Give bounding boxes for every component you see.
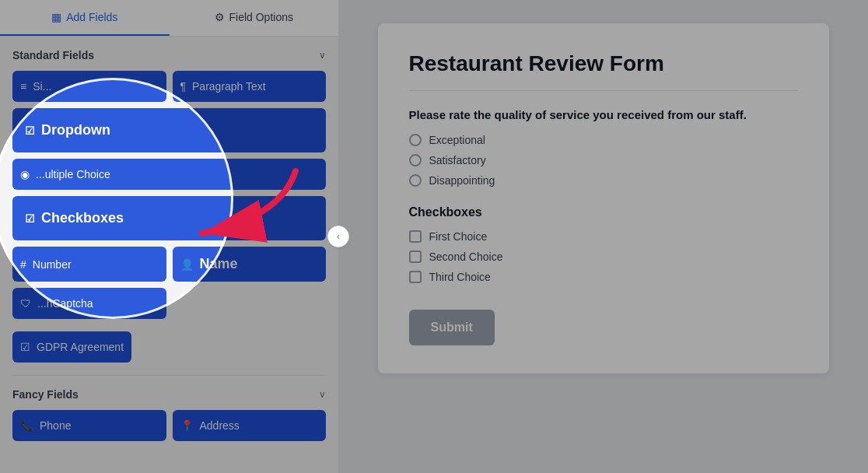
hcaptcha-button[interactable]: 🛡 ...hCaptcha	[12, 288, 166, 319]
radio-item-disappointing: Disappointing	[409, 174, 798, 187]
fancy-fields-grid: 📞 Phone 📍 Address	[12, 410, 326, 441]
single-line-icon: ≡	[20, 80, 26, 93]
address-icon: 📍	[180, 419, 194, 432]
radio-circle[interactable]	[409, 174, 422, 187]
radio-item-satisfactory: Satisfactory	[409, 154, 798, 166]
radio-label-satisfactory: Satisfactory	[429, 154, 486, 166]
tab-field-options-label: Field Options	[229, 11, 293, 23]
checkbox-square-third[interactable]	[409, 271, 422, 283]
tab-add-fields[interactable]: ▦ Add Fields	[0, 0, 170, 36]
number-label: Number	[33, 258, 72, 271]
paragraph-text-button[interactable]: ¶ Paragraph Text	[173, 71, 327, 102]
left-panel: ▦ Add Fields ⚙ Field Options Standard Fi…	[0, 0, 338, 473]
right-panel: Restaurant Review Form Please rate the q…	[338, 0, 868, 473]
name-button[interactable]: 👤 Name	[173, 247, 327, 282]
submit-button[interactable]: Submit	[409, 310, 495, 345]
field-options-icon: ⚙	[215, 11, 225, 23]
radio-group: Exceptional Satisfactory Disappointing	[409, 134, 798, 187]
panel-content: Standard Fields ∨ ≡ Si... ¶ Paragraph Te…	[0, 37, 338, 473]
fancy-fields-header: Fancy Fields ∨	[12, 388, 326, 401]
radio-circle[interactable]	[409, 154, 422, 166]
checkboxes-button[interactable]: ☑ Checkboxes	[12, 196, 326, 240]
paragraph-icon: ¶	[180, 80, 187, 93]
dropdown-label: Dropdown	[41, 122, 110, 138]
fancy-fields-chevron[interactable]: ∨	[319, 389, 326, 400]
checkbox-item-third: Third Choice	[409, 271, 798, 283]
single-line-label: Si...	[33, 80, 51, 93]
radio-circle[interactable]	[409, 134, 422, 146]
checkbox-label-second: Second Choice	[429, 251, 503, 263]
fancy-fields-title: Fancy Fields	[12, 388, 79, 401]
hcaptcha-icon: 🛡	[20, 297, 31, 310]
phone-label: Phone	[40, 419, 71, 432]
dropdown-icon: ☑	[25, 124, 35, 137]
radio-item-exceptional: Exceptional	[409, 134, 798, 146]
checkboxes-icon: ☑	[25, 212, 35, 225]
multiple-choice-button[interactable]: ◉ ...ultiple Choice	[12, 159, 326, 190]
collapse-panel-button[interactable]: ‹	[327, 226, 349, 247]
radio-label-disappointing: Disappointing	[429, 174, 495, 187]
checkboxes-label: Checkboxes	[41, 210, 124, 226]
gdpr-label: GDPR Agreement	[37, 341, 124, 353]
name-icon: 👤	[180, 258, 194, 271]
tab-add-fields-label: Add Fields	[66, 11, 117, 23]
form-preview: Restaurant Review Form Please rate the q…	[378, 23, 829, 373]
number-icon: #	[20, 258, 26, 271]
form-title-divider	[409, 90, 798, 91]
section-divider	[12, 375, 326, 376]
standard-fields-title: Standard Fields	[12, 49, 94, 61]
standard-fields-header: Standard Fields ∨	[12, 49, 326, 61]
checkbox-label-first: First Choice	[429, 230, 488, 243]
checkboxes-section-label: Checkboxes	[409, 205, 798, 219]
address-button[interactable]: 📍 Address	[173, 410, 327, 441]
checkbox-square-second[interactable]	[409, 251, 422, 263]
gdpr-button[interactable]: ☑ GDPR Agreement	[12, 331, 131, 363]
tabs-bar: ▦ Add Fields ⚙ Field Options	[0, 0, 338, 37]
multiple-choice-label: ...ultiple Choice	[36, 168, 110, 180]
tab-field-options[interactable]: ⚙ Field Options	[170, 0, 339, 36]
add-fields-icon: ▦	[51, 11, 61, 23]
checkbox-item-second: Second Choice	[409, 251, 798, 263]
phone-button[interactable]: 📞 Phone	[12, 410, 166, 441]
checkbox-item-first: First Choice	[409, 230, 798, 243]
paragraph-text-label: Paragraph Text	[192, 80, 266, 93]
checkbox-group: First Choice Second Choice Third Choice	[409, 230, 798, 283]
standard-fields-grid: ≡ Si... ¶ Paragraph Text ☑ Dropdown ◉ ..…	[12, 71, 326, 319]
form-question-1: Please rate the quality of service you r…	[409, 107, 798, 123]
phone-icon: 📞	[20, 419, 33, 432]
multiple-choice-icon: ◉	[20, 168, 30, 180]
address-label: Address	[200, 419, 240, 432]
dropdown-button[interactable]: ☑ Dropdown	[12, 108, 326, 152]
radio-label-exceptional: Exceptional	[429, 134, 485, 146]
checkbox-square-first[interactable]	[409, 230, 422, 243]
checkbox-label-third: Third Choice	[429, 271, 491, 283]
form-title: Restaurant Review Form	[409, 51, 798, 76]
single-line-text-button[interactable]: ≡ Si...	[12, 71, 166, 102]
collapse-icon: ‹	[337, 231, 340, 242]
gdpr-icon: ☑	[20, 341, 30, 353]
number-button[interactable]: # Number	[12, 247, 166, 282]
hcaptcha-label: ...hCaptcha	[37, 297, 93, 310]
submit-label: Submit	[431, 321, 473, 334]
name-label: Name	[200, 256, 238, 272]
standard-fields-chevron[interactable]: ∨	[319, 50, 326, 61]
